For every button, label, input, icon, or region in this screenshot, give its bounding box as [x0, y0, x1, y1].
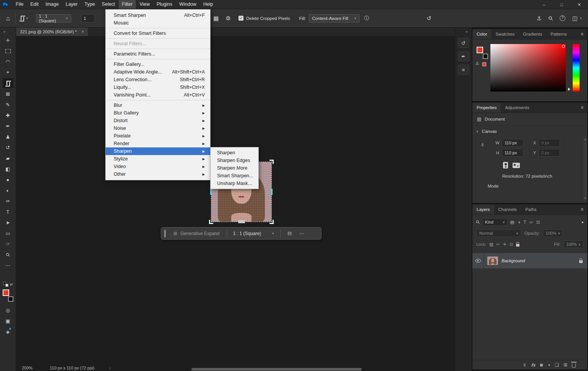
filter-menu-item-liquify[interactable]: Liquify...Shift+Ctrl+X — [106, 83, 210, 91]
adjustments-panel-icon[interactable]: ≡ — [458, 65, 469, 75]
tab-patterns[interactable]: Patterns — [546, 29, 571, 39]
delete-cropped-pixels-label[interactable]: Delete Cropped Pixels — [246, 16, 290, 21]
canvas-area[interactable]: ⊞ Generative Expand 1 : 1 (Square) ∨ ⊟ ⋯… — [16, 36, 455, 371]
zoom-level[interactable]: 200% — [22, 366, 33, 370]
hand-tool[interactable]: ☞ — [3, 239, 13, 249]
menu-select[interactable]: Select — [98, 0, 119, 9]
foreground-color-swatch[interactable] — [477, 47, 483, 53]
swap-colors-icon[interactable]: ⇄ — [10, 283, 13, 286]
marquee-tool[interactable] — [3, 46, 13, 56]
crop-tool[interactable] — [3, 78, 13, 88]
y-input[interactable]: 0 px — [539, 149, 560, 157]
crop-overlay-grid-icon[interactable]: ▦ — [213, 15, 219, 22]
layer-name[interactable]: Background — [501, 258, 525, 263]
portrait-orientation-button[interactable] — [503, 162, 508, 168]
link-layers-icon[interactable]: ∞ — [522, 363, 528, 367]
tab-gradients[interactable]: Gradients — [519, 29, 546, 39]
tab-paths[interactable]: Paths — [521, 204, 541, 214]
crop-handle-right[interactable] — [271, 189, 273, 195]
color-picker-ring[interactable] — [562, 45, 565, 48]
screen-mode-icon[interactable]: ▣ — [5, 318, 10, 324]
filter-menu-item-vanishing-point[interactable]: Vanishing Point...Alt+Ctrl+V — [106, 91, 210, 99]
filter-smart-object-icon[interactable]: ⊡ — [536, 220, 540, 225]
libraries-panel-icon[interactable]: ✒ — [458, 51, 469, 61]
scroll-up-icon[interactable]: ▲ — [584, 138, 586, 141]
filter-menu-item-video[interactable]: Video▶ — [106, 163, 210, 170]
briefcase-icon[interactable]: ⊟ — [287, 230, 292, 236]
edit-toolbar-icon[interactable]: ◈ — [6, 329, 10, 335]
fill-mode-select[interactable]: Content-Aware Fill ∨ — [309, 14, 359, 23]
drag-grip[interactable] — [164, 230, 166, 237]
menu-window[interactable]: Window — [176, 0, 199, 9]
search-icon[interactable]: ⚲ — [547, 14, 555, 22]
toolbar-collapse-icon[interactable]: » — [0, 28, 5, 34]
layers-panel-menu-icon[interactable]: ≡ — [577, 204, 587, 214]
more-tools-icon[interactable]: ⋯ — [3, 260, 13, 270]
clone-stamp-tool[interactable]: ♟ — [3, 132, 13, 142]
tab-layers[interactable]: Layers — [472, 204, 494, 214]
history-brush-tool[interactable]: ↺ — [3, 142, 13, 152]
info-icon[interactable]: ⓘ — [364, 15, 369, 22]
filter-menu-item-blur[interactable]: Blur▶ — [106, 101, 210, 109]
tab-swatches[interactable]: Swatches — [491, 29, 519, 39]
new-layer-icon[interactable]: ⊞ — [564, 362, 567, 368]
filter-menu-item-parametric-filters[interactable]: Parametric Filters... — [106, 50, 210, 58]
filter-menu-item-mosaic[interactable]: Mosaic — [106, 19, 210, 27]
path-selection-tool[interactable]: ➤ — [3, 217, 13, 227]
scroll-down-icon[interactable]: ▼ — [584, 197, 586, 199]
menu-image[interactable]: Image — [42, 0, 62, 9]
filter-menu-item-pixelate[interactable]: Pixelate▶ — [106, 132, 210, 140]
crop-ratio-select[interactable]: 1 : 1 (Square) ∨ — [36, 14, 71, 23]
tab-color[interactable]: Color — [472, 29, 491, 39]
menu-help[interactable]: Help — [200, 0, 217, 9]
gamut-warning-icon[interactable]: ⚠ — [475, 61, 479, 66]
gradient-tool[interactable]: ◧ — [3, 164, 13, 174]
filter-adjustment-icon[interactable]: ◑ — [518, 220, 520, 224]
layer-lock-icon[interactable] — [579, 260, 583, 263]
crop-handle-top-right[interactable] — [270, 160, 274, 164]
menu-edit[interactable]: Edit — [27, 0, 42, 9]
hue-slider[interactable] — [573, 44, 580, 92]
layer-search-icon[interactable]: ⚲ — [475, 219, 481, 225]
saturation-brightness-field[interactable] — [490, 44, 566, 92]
fill-input[interactable]: 100% ∨ — [564, 240, 583, 248]
x-input[interactable]: 0 px — [539, 139, 560, 147]
crop-handle-left[interactable] — [210, 189, 212, 195]
layer-effects-icon[interactable]: fx — [531, 363, 535, 368]
quick-mask-icon[interactable]: ◎ — [6, 307, 10, 313]
anchor-icon[interactable]: ⚓ — [537, 15, 542, 22]
workspace-icon[interactable]: ◫ — [572, 15, 578, 22]
layer-mask-icon[interactable]: ◙ — [540, 362, 543, 368]
gamut-color-chip[interactable] — [482, 62, 486, 66]
generative-expand-button[interactable]: ⊞ Generative Expand — [170, 231, 224, 236]
pen-tool[interactable]: ✑ — [3, 196, 13, 206]
canvas-link-icon[interactable]: ∞ — [480, 143, 485, 147]
delete-layer-icon[interactable] — [572, 363, 576, 368]
object-selection-tool[interactable]: ⌖ — [3, 67, 13, 77]
dodge-tool[interactable]: ◐ — [3, 185, 13, 195]
sharpen-submenu-item-sharpen-edges[interactable]: Sharpen Edges — [211, 157, 258, 164]
kind-filter-select[interactable]: Kind ∨ — [482, 218, 508, 226]
landscape-orientation-button[interactable] — [513, 163, 520, 168]
delete-cropped-pixels-checkbox[interactable]: ✓ — [238, 16, 243, 21]
lock-transparency-icon[interactable]: ▨ — [489, 242, 493, 247]
crop-tool-options-icon[interactable] — [20, 16, 24, 21]
close-tab-icon[interactable]: × — [81, 29, 84, 34]
foreground-color-swatch[interactable] — [3, 289, 9, 296]
filter-menu-item-adaptive-wide-angle[interactable]: Adaptive Wide Angle...Alt+Shift+Ctrl+A — [106, 68, 210, 76]
type-tool[interactable]: T — [3, 207, 13, 217]
menu-filter[interactable]: Filter — [119, 0, 136, 9]
menu-plugins[interactable]: Plugins — [153, 0, 176, 9]
background-color-swatch[interactable] — [483, 54, 488, 59]
tab-properties[interactable]: Properties — [472, 103, 501, 113]
menu-view[interactable]: View — [136, 0, 153, 9]
filter-menu-item-render[interactable]: Render▶ — [106, 140, 210, 147]
filter-menu-item-stylize[interactable]: Stylize▶ — [106, 155, 210, 163]
color-panel-menu-icon[interactable]: ≡ — [577, 29, 587, 39]
lock-position-icon[interactable]: ✛ — [503, 242, 506, 247]
filter-menu-item-convert-for-smart-filters[interactable]: Convert for Smart Filters — [106, 29, 210, 37]
filter-menu-item-lens-correction[interactable]: Lens Correction...Shift+Ctrl+R — [106, 76, 210, 83]
filter-toggle[interactable]: ● — [581, 221, 583, 224]
move-tool[interactable]: ✛ — [3, 35, 13, 45]
zoom-tool[interactable]: ⚲ — [3, 250, 13, 260]
